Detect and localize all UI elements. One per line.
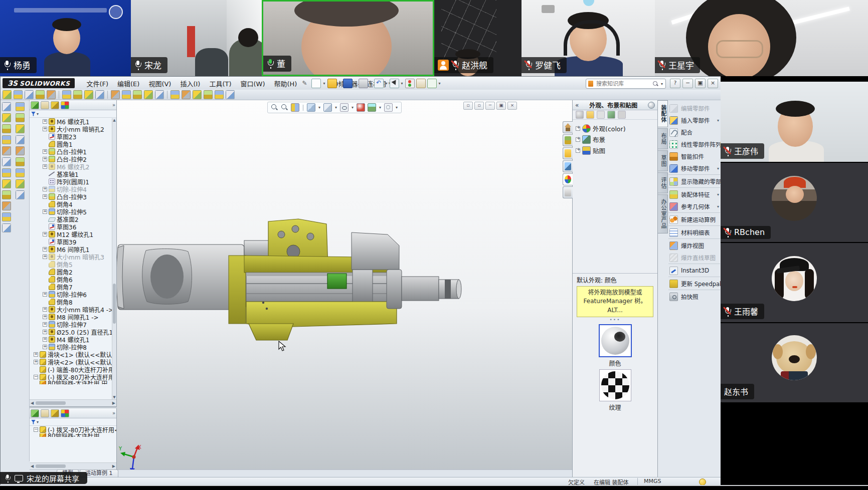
toolbar-icon[interactable] [3, 90, 12, 99]
feature-tree-row[interactable]: 凸台-拉伸2 [30, 155, 116, 163]
toolbar-icon[interactable] [111, 90, 120, 99]
toolbar-icon[interactable] [36, 90, 45, 99]
toolbar-icon[interactable] [84, 90, 93, 99]
toolbar-icon[interactable] [2, 113, 11, 122]
toolbar-icon[interactable] [193, 90, 202, 99]
toolbar-icon[interactable] [215, 90, 224, 99]
appearance-tree-row[interactable]: + 外观(color) [576, 123, 657, 134]
command-button[interactable]: 参考几何体 ▾ [668, 200, 720, 213]
feature-tree-row[interactable]: (-) 端盖-80大连杆刀补用< [30, 366, 116, 373]
resize-handle-dots[interactable]: ••• [573, 318, 657, 322]
commandmanager-tab[interactable]: 草图 [658, 150, 668, 171]
command-button[interactable]: 更新 Speedpak ▾ [668, 278, 720, 290]
toolbar-icon[interactable] [16, 146, 25, 155]
screen-share-banner[interactable]: 宋龙的屏幕共享 [0, 472, 87, 484]
lower-tree-horizontal-scrollbar[interactable]: ◀▶ [30, 462, 116, 469]
command-button[interactable]: 爆炸直线草图 ▾ [668, 252, 720, 264]
home-tab[interactable] [563, 121, 573, 133]
toolbar-icon[interactable] [16, 179, 25, 188]
feature-tree-row[interactable]: 草图36 [30, 223, 116, 230]
expand-toggle[interactable] [43, 345, 47, 349]
commandmanager-tab[interactable]: 布局 [658, 128, 668, 149]
command-dropdown-arrow[interactable]: ▾ [717, 166, 719, 171]
new-document-icon[interactable] [311, 79, 321, 88]
command-button[interactable]: 显示隐藏的零部件 ▾ [668, 175, 720, 188]
toolbar-icon[interactable] [144, 90, 153, 99]
feature-tree-row[interactable]: (-) 拨叉-80刀补大连杆用< [30, 426, 116, 433]
file-explorer-tab[interactable] [563, 147, 573, 159]
toolbar-icon[interactable] [16, 102, 25, 111]
rebuild-icon[interactable] [405, 79, 415, 88]
appearance-tree-row[interactable]: + 布景 [576, 134, 657, 145]
video-tile-wangyanwei[interactable]: 王彦伟 [721, 82, 868, 162]
custom-properties-tab[interactable] [563, 186, 573, 198]
more-tabs-chevron[interactable]: » [112, 102, 115, 108]
feature-tree-row[interactable]: M4 螺纹孔1 [30, 336, 116, 343]
feature-tree-row[interactable]: 倒角4 [30, 200, 116, 208]
open-library-icon[interactable] [586, 111, 594, 119]
menu-item[interactable]: 视图(V) [144, 77, 176, 90]
command-button[interactable]: 编辑零部件 ▾ [668, 102, 720, 114]
save-appearance-icon[interactable] [607, 111, 615, 119]
feature-tree-row[interactable]: 凸台-拉伸1 [30, 148, 116, 155]
select-cursor-icon[interactable] [390, 79, 399, 88]
command-button[interactable]: 材料明细表 ▾ [668, 226, 720, 239]
toolbar-icon[interactable] [170, 90, 180, 99]
video-tile-rbchen[interactable]: RBchen [721, 163, 868, 242]
command-button[interactable]: 线性零部件阵列 ▾ [668, 138, 720, 150]
command-dropdown-arrow[interactable]: ▾ [717, 192, 719, 197]
toolbar-icon[interactable] [95, 90, 104, 99]
command-button[interactable]: 智能扣件 ▾ [668, 150, 720, 162]
expand-toggle[interactable] [43, 127, 47, 131]
feature-tree-row[interactable]: 基准面2 [30, 215, 116, 223]
menu-item[interactable]: 窗口(W) [236, 77, 270, 90]
feature-tree-row[interactable]: 大小mm 暗销孔3 [30, 253, 116, 261]
menu-item[interactable]: 文件(F) [82, 77, 113, 90]
toolbar-icon[interactable] [2, 157, 11, 166]
cad-model-cross-section[interactable] [117, 100, 572, 477]
undo-icon[interactable]: ↶ [374, 79, 384, 88]
expand-toggle[interactable] [43, 209, 47, 214]
restore-button[interactable]: ▣ [695, 79, 706, 88]
feature-tree-row[interactable]: M6 间隙孔1 [30, 246, 116, 253]
appearance-tree-row[interactable]: + 贴图 [576, 145, 657, 156]
command-button[interactable]: 爆炸视图 ▾ [668, 239, 720, 252]
tab-configurations-icon[interactable] [51, 101, 59, 109]
video-tile-wangxingyu[interactable]: 王星宇 [655, 0, 868, 76]
command-button[interactable]: 插入零部件 ▾ [668, 114, 720, 126]
expand-toggle[interactable] [34, 427, 38, 432]
video-tile-dong-active-speaker[interactable]: 董 [262, 0, 434, 76]
expand-toggle[interactable] [43, 307, 47, 312]
appearances-tab[interactable] [563, 173, 573, 185]
filter-icon[interactable] [31, 112, 36, 116]
expand-toggle[interactable] [43, 164, 47, 169]
feature-tree-row[interactable]: 滑块<1> (默认<<默认>_显 [30, 351, 116, 358]
command-button[interactable]: 配合 ▾ [668, 126, 720, 138]
tab-displaymanager-icon[interactable] [61, 101, 69, 109]
toolbar-icon[interactable] [16, 168, 25, 177]
expand-toggle[interactable] [43, 119, 47, 124]
expand-toggle[interactable] [34, 375, 38, 379]
feature-tree-row[interactable]: 切除-拉伸5 [30, 208, 116, 215]
feature-tree-row[interactable]: 切除-拉伸6 [30, 291, 116, 298]
feature-tree-row[interactable]: 凸台-拉伸3 [30, 193, 116, 200]
design-library-tab[interactable] [563, 134, 573, 146]
feature-tree-row[interactable]: 倒角5 [30, 261, 116, 268]
commandmanager-tab[interactable]: 评估 [658, 172, 668, 193]
feature-tree-row[interactable]: 阵列(圆周)1 [30, 178, 116, 185]
expand-toggle[interactable] [43, 157, 47, 161]
feature-tree-row[interactable]: 大小mm 暗销孔4 -> [30, 306, 116, 313]
tab-propertymanager-icon[interactable] [41, 101, 49, 109]
toolbar-icon[interactable] [16, 124, 25, 133]
command-dropdown-arrow[interactable]: ▾ [717, 204, 719, 209]
video-tile-luojianfei[interactable]: 罗健飞 [522, 0, 655, 76]
feature-tree-row[interactable]: M8 间隙孔1 -> [30, 313, 116, 321]
feature-tree-row[interactable]: 倒角8 [30, 298, 116, 306]
command-dropdown-arrow[interactable]: ▾ [717, 118, 719, 123]
expand-toggle[interactable] [43, 315, 47, 319]
toolbar-icon[interactable] [155, 90, 164, 99]
tab-featuremanager-icon[interactable] [31, 101, 39, 109]
toolbar-icon[interactable] [73, 90, 82, 99]
command-button[interactable]: 移动零部件 ▾ [668, 162, 720, 175]
video-tile-zhaodongshu[interactable]: 赵东书 [721, 323, 868, 402]
